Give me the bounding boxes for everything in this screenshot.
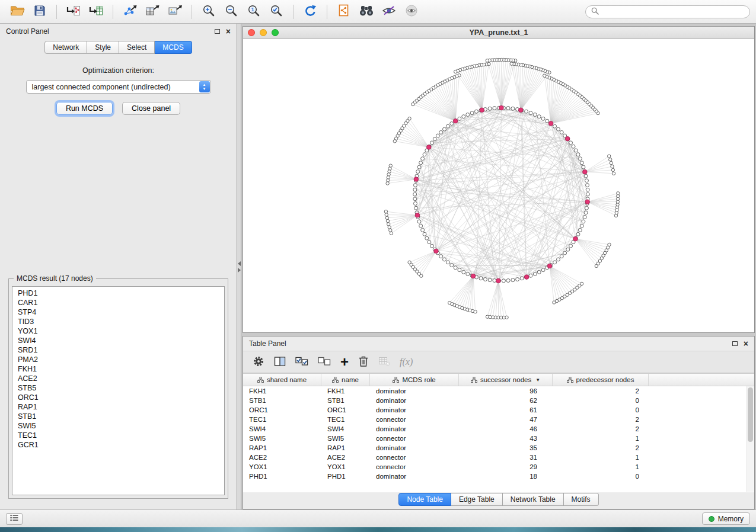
mcds-result-item[interactable]: SWI5	[12, 421, 224, 431]
window-close-icon[interactable]	[248, 29, 255, 36]
table-cell[interactable]: 1	[553, 463, 649, 470]
table-tab-edge-table[interactable]: Edge Table	[451, 493, 503, 506]
table-cell[interactable]: dominator	[370, 425, 459, 432]
column-header-successor-nodes[interactable]: successor nodes▼	[459, 374, 553, 386]
zoom-fit-button[interactable]	[265, 2, 288, 21]
close-panel-icon[interactable]: ×	[226, 27, 231, 36]
mcds-result-item[interactable]: TEC1	[12, 431, 224, 440]
table-cell[interactable]: 61	[459, 406, 553, 414]
mcds-result-item[interactable]: RAP1	[12, 402, 224, 412]
table-cell[interactable]: FKH1	[321, 387, 370, 395]
zoom-in-button[interactable]	[197, 2, 220, 21]
table-cell[interactable]: PHD1	[243, 473, 321, 480]
table-tab-node-table[interactable]: Node Table	[398, 493, 451, 506]
function-builder-button[interactable]: f(x)	[400, 357, 413, 367]
zoom-out-button[interactable]	[220, 2, 243, 21]
window-minimize-icon[interactable]	[260, 29, 267, 36]
save-session-button[interactable]	[28, 2, 51, 21]
network-canvas[interactable]	[243, 39, 754, 332]
table-cell[interactable]: connector	[370, 463, 459, 470]
table-cell[interactable]: TEC1	[243, 416, 321, 423]
table-cell[interactable]: YOX1	[321, 463, 370, 470]
table-cell[interactable]: 46	[459, 425, 553, 432]
table-cell[interactable]: dominator	[370, 397, 459, 404]
panel-splitter[interactable]	[237, 24, 241, 509]
new-column-button[interactable]: +	[340, 356, 349, 368]
table-cell[interactable]: 0	[553, 406, 649, 414]
table-cell[interactable]: 96	[459, 387, 553, 395]
open-file-button[interactable]	[6, 2, 28, 21]
table-cell[interactable]: ACE2	[321, 454, 370, 461]
table-cell[interactable]: dominator	[370, 406, 459, 414]
sort-arrow-icon[interactable]: ▼	[535, 377, 540, 383]
table-row[interactable]: TEC1TEC1connector472	[243, 415, 754, 424]
run-mcds-button[interactable]: Run MCDS	[56, 102, 113, 115]
column-header-MCDS-role[interactable]: MCDS role	[370, 374, 459, 386]
mcds-result-item[interactable]: SWI4	[12, 336, 224, 345]
close-table-panel-icon[interactable]: ×	[744, 339, 748, 348]
mcds-result-item[interactable]: STB1	[12, 412, 224, 421]
mcds-result-item[interactable]: SRD1	[12, 345, 224, 355]
float-panel-icon[interactable]	[215, 29, 220, 34]
deselect-all-button[interactable]	[318, 357, 331, 368]
network-graph[interactable]	[243, 39, 754, 332]
column-header-name[interactable]: name	[321, 374, 370, 386]
refresh-view-button[interactable]	[299, 2, 321, 21]
import-table-button[interactable]	[85, 2, 107, 21]
table-row[interactable]: STB1STB1dominator620	[243, 396, 754, 405]
mcds-result-item[interactable]: CAR1	[12, 298, 224, 307]
table-tab-motifs[interactable]: Motifs	[564, 493, 599, 506]
table-cell[interactable]: 1	[553, 435, 649, 442]
table-settings-button[interactable]	[253, 355, 264, 369]
table-row[interactable]: SWI4SWI4dominator462	[243, 424, 754, 434]
table-cell[interactable]: 1	[553, 454, 649, 461]
table-cell[interactable]: FKH1	[243, 387, 321, 395]
table-cell[interactable]: 29	[459, 463, 553, 470]
collapse-right-icon[interactable]	[238, 268, 241, 273]
table-cell[interactable]: ORC1	[243, 406, 321, 414]
mcds-result-item[interactable]: TID3	[12, 317, 224, 326]
float-table-panel-icon[interactable]	[732, 341, 738, 346]
task-history-button[interactable]	[6, 513, 23, 525]
table-cell[interactable]: dominator	[370, 387, 459, 395]
table-cell[interactable]: RAP1	[321, 444, 370, 451]
tab-style[interactable]: Style	[87, 41, 119, 54]
table-cell[interactable]: 2	[553, 425, 649, 432]
mcds-result-item[interactable]: STP4	[12, 307, 224, 317]
search-input[interactable]	[602, 8, 744, 16]
scrollbar-thumb[interactable]	[748, 387, 753, 442]
mcds-result-item[interactable]: PHD1	[12, 289, 224, 298]
table-cell[interactable]: STB1	[321, 397, 370, 404]
table-cell[interactable]: ORC1	[321, 406, 370, 414]
table-cell[interactable]: 31	[459, 454, 553, 461]
table-row[interactable]: YOX1YOX1connector291	[243, 462, 754, 472]
show-graphics-button[interactable]	[400, 2, 423, 21]
table-row[interactable]: ORC1ORC1dominator610	[243, 405, 754, 415]
table-cell[interactable]: YOX1	[243, 463, 321, 470]
clone-network-button[interactable]	[333, 2, 355, 21]
table-cell[interactable]: 62	[459, 397, 553, 404]
table-cell[interactable]: dominator	[370, 444, 459, 451]
show-columns-button[interactable]	[274, 356, 286, 368]
tab-mcds[interactable]: MCDS	[155, 41, 192, 54]
network-window-titlebar[interactable]: YPA_prune.txt_1	[243, 27, 754, 39]
collapse-left-icon[interactable]	[238, 261, 241, 266]
search-network-button[interactable]	[355, 2, 378, 21]
table-cell[interactable]: connector	[370, 416, 459, 423]
mcds-result-item[interactable]: FKH1	[12, 364, 224, 374]
mcds-result-item[interactable]: GCR1	[12, 440, 224, 450]
hide-graphics-button[interactable]	[378, 2, 400, 21]
table-cell[interactable]: connector	[370, 435, 459, 442]
export-image-button[interactable]	[164, 2, 186, 21]
window-maximize-icon[interactable]	[272, 29, 279, 36]
table-tab-network-table[interactable]: Network Table	[503, 493, 564, 506]
mcds-result-item[interactable]: YOX1	[12, 326, 224, 336]
tab-network[interactable]: Network	[44, 41, 87, 54]
table-cell[interactable]: 35	[459, 444, 553, 451]
table-cell[interactable]: TEC1	[321, 416, 370, 423]
table-cell[interactable]: SWI4	[243, 425, 321, 432]
table-cell[interactable]: ACE2	[243, 454, 321, 461]
zoom-actual-size-button[interactable]: 1	[243, 2, 265, 21]
export-table-button[interactable]	[141, 2, 164, 21]
table-cell[interactable]: 2	[553, 444, 649, 451]
